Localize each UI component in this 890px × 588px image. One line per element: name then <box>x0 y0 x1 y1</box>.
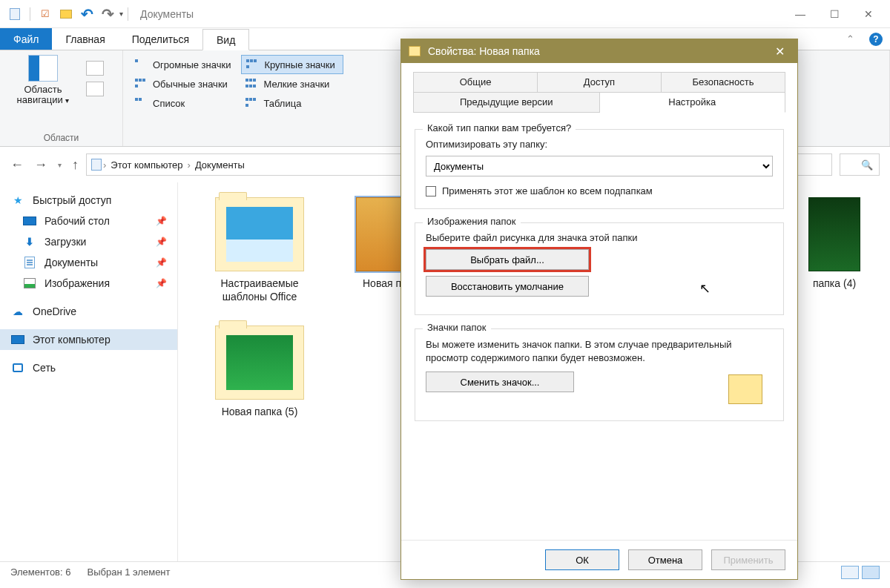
dlg-tab-customize[interactable]: Настройка <box>600 93 786 113</box>
tab-home[interactable]: Главная <box>52 28 118 50</box>
maximize-icon[interactable]: ☐ <box>817 3 851 25</box>
layout-extra-large[interactable]: Огромные значки <box>131 55 238 74</box>
location-icon <box>91 159 102 171</box>
choose-file-button[interactable]: Выбрать файл... <box>426 249 589 270</box>
layout-list[interactable]: Список <box>131 93 238 113</box>
tab-share[interactable]: Поделиться <box>119 28 202 50</box>
ok-button[interactable]: ОК <box>545 549 619 570</box>
search-icon: 🔍 <box>861 159 873 171</box>
layout-small[interactable]: Мелкие значки <box>241 74 343 93</box>
details-pane-icon[interactable] <box>86 82 104 96</box>
folder-thumb-icon <box>215 326 304 400</box>
qat-properties-icon[interactable]: ☑ <box>37 6 53 22</box>
window-title: Документы <box>140 8 194 20</box>
app-icon <box>7 6 23 22</box>
folder-icon <box>409 46 421 56</box>
dlg-tab-security[interactable]: Безопасность <box>662 72 785 93</box>
layout-details[interactable]: Таблица <box>241 93 343 113</box>
status-selected: Выбран 1 элемент <box>87 566 170 578</box>
qat-newfolder-icon[interactable] <box>58 6 74 22</box>
navigation-pane-icon <box>28 55 58 82</box>
properties-dialog: Свойства: Новая папка ✕ Общие Доступ Без… <box>400 39 798 580</box>
sidebar: ★Быстрый доступ Рабочий стол📌 ⬇Загрузки📌… <box>0 182 178 568</box>
dialog-title: Свойства: Новая папка <box>428 45 540 57</box>
tab-view[interactable]: Вид <box>202 29 249 50</box>
crumb-thispc[interactable]: Этот компьютер <box>108 159 185 171</box>
checkbox-icon <box>426 186 436 196</box>
ribbon-collapse-icon[interactable]: ⌃ <box>846 33 854 44</box>
folder-item[interactable]: Настраиваемые шаблоны Office <box>200 197 319 303</box>
apply-button[interactable]: Применить <box>711 549 785 570</box>
sidebar-documents[interactable]: Документы📌 <box>0 252 177 273</box>
dlg-tab-sharing[interactable]: Доступ <box>538 72 662 93</box>
sidebar-desktop[interactable]: Рабочий стол📌 <box>0 211 177 231</box>
dlg-tab-general[interactable]: Общие <box>413 72 538 93</box>
layout-large[interactable]: Крупные значки <box>241 55 343 74</box>
layout-medium[interactable]: Обычные значки <box>131 74 238 93</box>
back-icon[interactable]: ← <box>10 157 24 173</box>
sidebar-this-pc[interactable]: Этот компьютер <box>0 329 177 350</box>
status-count: Элементов: 6 <box>10 566 70 578</box>
restore-default-button[interactable]: Восстановить умолчание <box>426 276 589 297</box>
sidebar-network[interactable]: Сеть <box>0 357 177 378</box>
quick-access-toolbar: ☑ ↶ ↷ ▾ Документы — ☐ ✕ <box>0 0 890 28</box>
pin-icon: 📌 <box>156 257 167 268</box>
navigation-pane-button[interactable]: Область навигации ▾ <box>7 55 79 131</box>
view-thumbs-icon[interactable] <box>862 566 880 579</box>
view-details-icon[interactable] <box>841 566 859 579</box>
tab-file[interactable]: Файл <box>0 28 52 50</box>
up-icon[interactable]: ↑ <box>72 157 79 173</box>
group-folder-images: Изображения папок Выберите файл рисунка … <box>415 222 784 315</box>
folder-preview-icon <box>728 374 762 404</box>
sidebar-quick-access[interactable]: ★Быстрый доступ <box>0 190 177 211</box>
qat-dropdown-icon[interactable]: ▾ <box>119 10 123 18</box>
close-icon[interactable]: ✕ <box>851 3 886 25</box>
group-label-panes: Области <box>7 131 115 145</box>
apply-subfolders-checkbox[interactable]: Применять этот же шаблон ко всем подпапк… <box>426 185 773 196</box>
help-icon[interactable]: ? <box>869 33 883 46</box>
change-icon-button[interactable]: Сменить значок... <box>426 371 574 392</box>
sidebar-onedrive[interactable]: ☁OneDrive <box>0 301 177 322</box>
search-box[interactable]: 🔍 <box>840 153 880 176</box>
pin-icon: 📌 <box>156 237 167 247</box>
folder-item[interactable]: Новая папка (5) <box>200 326 319 419</box>
dialog-close-icon[interactable]: ✕ <box>769 44 790 59</box>
group-folder-type: Какой тип папки вам требуется? Оптимизир… <box>415 129 784 209</box>
forward-icon[interactable]: → <box>34 157 47 173</box>
redo-icon[interactable]: ↷ <box>99 6 116 22</box>
pin-icon: 📌 <box>156 216 167 226</box>
undo-icon[interactable]: ↶ <box>79 6 95 22</box>
folder-thumb-icon <box>808 197 860 271</box>
crumb-documents[interactable]: Документы <box>192 159 248 171</box>
sidebar-pictures[interactable]: Изображения📌 <box>0 273 177 294</box>
history-dropdown-icon[interactable]: ▾ <box>58 161 62 169</box>
optimize-select[interactable]: Документы <box>426 156 773 176</box>
dialog-titlebar[interactable]: Свойства: Новая папка ✕ <box>401 39 797 63</box>
pin-icon: 📌 <box>156 278 167 288</box>
sidebar-downloads[interactable]: ⬇Загрузки📌 <box>0 231 177 252</box>
cancel-button[interactable]: Отмена <box>628 549 702 570</box>
minimize-icon[interactable]: — <box>783 3 817 25</box>
dlg-tab-previous[interactable]: Предыдущие версии <box>413 93 600 113</box>
folder-item[interactable]: папка (4) <box>801 197 868 303</box>
folder-thumb-icon <box>215 197 304 271</box>
preview-pane-icon[interactable] <box>86 61 104 76</box>
group-folder-icons: Значки папок Вы можете изменить значок п… <box>415 328 784 421</box>
